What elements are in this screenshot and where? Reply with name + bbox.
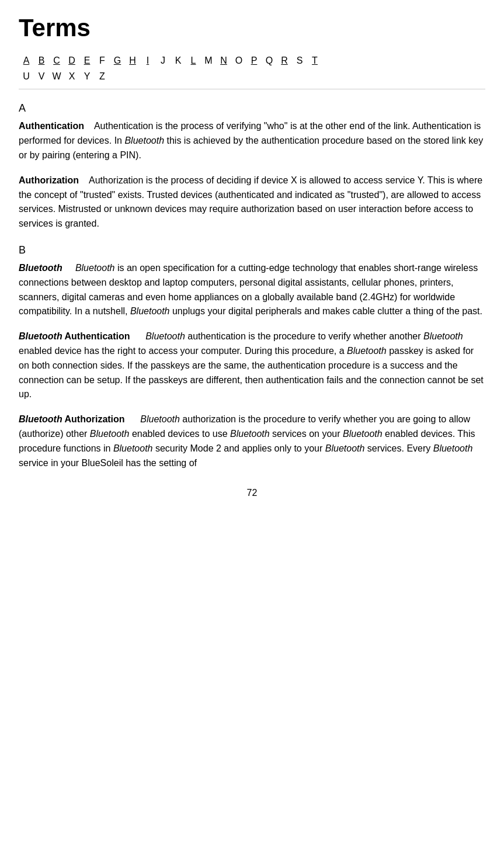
nav-item-f: F <box>95 53 110 68</box>
term-title-bluetooth-auth-italic: Bluetooth <box>19 331 62 341</box>
bt-authz-def-italic-5: Bluetooth <box>113 443 153 453</box>
section-letter-b: B <box>19 244 485 256</box>
nav-item-g[interactable]: G <box>110 53 125 68</box>
nav-item-q: Q <box>262 53 277 68</box>
nav-item-z: Z <box>95 68 110 84</box>
term-bluetooth-authorization: Bluetooth Authorization Bluetooth author… <box>19 412 485 470</box>
nav-item-r[interactable]: R <box>277 53 292 68</box>
bt-authz-def-italic-6: Bluetooth <box>325 443 365 453</box>
nav-item-d[interactable]: D <box>64 53 79 68</box>
nav-item-e[interactable]: E <box>79 53 95 68</box>
page-title: Terms <box>19 14 485 42</box>
term-title-bluetooth-authz-plain: Authorization <box>62 414 125 424</box>
bluetooth-italic-1: Bluetooth <box>124 136 164 145</box>
term-title-authorization: Authorization <box>19 175 79 185</box>
section-letter-a: A <box>19 102 485 114</box>
term-title-bluetooth: Bluetooth <box>19 263 62 273</box>
term-authorization: Authorization Authorization is the proce… <box>19 173 485 231</box>
term-title-bluetooth-authz-italic: Bluetooth <box>19 414 62 424</box>
nav-item-m: M <box>201 53 216 68</box>
bt-authz-def-italic-1: Bluetooth <box>140 414 180 424</box>
bt-authz-def-italic-2: Bluetooth <box>90 429 130 439</box>
term-authentication: Authentication Authentication is the pro… <box>19 119 485 162</box>
term-title-authentication: Authentication <box>19 121 84 131</box>
bt-auth-def-italic-3: Bluetooth <box>347 346 387 356</box>
bt-authz-def-italic-3: Bluetooth <box>230 429 270 439</box>
nav-row-1: A B C D E F G H I J K L M N O P Q R S T <box>19 53 485 68</box>
nav-item-y: Y <box>79 68 95 84</box>
nav-item-t[interactable]: T <box>307 53 322 68</box>
nav-item-o: O <box>231 53 246 68</box>
bt-authz-def-italic-4: Bluetooth <box>343 429 383 439</box>
nav-item-u: U <box>19 68 34 84</box>
bluetooth-italic-inline: Bluetooth <box>130 306 170 316</box>
nav-item-v: V <box>34 68 49 84</box>
nav-item-l[interactable]: L <box>186 53 201 68</box>
term-bluetooth: Bluetooth Bluetooth is an open specifica… <box>19 261 485 319</box>
page-number: 72 <box>19 488 485 498</box>
nav-item-b[interactable]: B <box>34 53 49 68</box>
nav-row-2: U V W X Y Z <box>19 68 485 84</box>
term-title-bluetooth-auth-plain: Authentication <box>62 331 130 341</box>
nav-item-j: J <box>155 53 171 68</box>
nav-item-k: K <box>171 53 186 68</box>
bt-authz-def-italic-7: Bluetooth <box>433 443 473 453</box>
nav-item-p[interactable]: P <box>246 53 262 68</box>
bluetooth-italic-def: Bluetooth <box>75 263 115 273</box>
nav-item-s: S <box>292 53 307 68</box>
nav-item-w: W <box>49 68 64 84</box>
nav-item-a[interactable]: A <box>19 53 34 68</box>
alpha-navigation: A B C D E F G H I J K L M N O P Q R S T … <box>19 53 485 84</box>
nav-item-x: X <box>64 68 79 84</box>
bt-auth-def-italic-1: Bluetooth <box>145 331 185 341</box>
nav-item-i[interactable]: I <box>140 53 155 68</box>
nav-item-n[interactable]: N <box>216 53 231 68</box>
nav-item-h[interactable]: H <box>125 53 140 68</box>
bt-auth-def-italic-2: Bluetooth <box>423 331 463 341</box>
nav-item-c[interactable]: C <box>49 53 64 68</box>
nav-divider <box>19 89 485 89</box>
term-bluetooth-authentication: Bluetooth Authentication Bluetooth authe… <box>19 329 485 402</box>
